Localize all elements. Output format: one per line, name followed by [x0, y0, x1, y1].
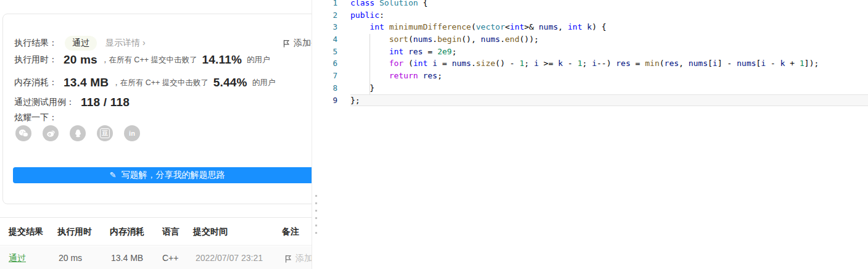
- qq-icon[interactable]: [70, 125, 86, 141]
- line-number: 6: [320, 57, 337, 70]
- linkedin-icon[interactable]: in: [124, 125, 140, 141]
- code-line[interactable]: 5 int res = 2e9;: [320, 46, 868, 58]
- douban-icon[interactable]: 豆: [97, 125, 113, 141]
- code-line-text: }: [350, 82, 868, 94]
- memory-percent: 5.44%: [213, 76, 247, 89]
- wechat-icon[interactable]: [15, 125, 31, 141]
- testcases-label: 通过测试用例：: [14, 97, 75, 108]
- testcases-value: 118 / 118: [81, 96, 130, 109]
- memory-label: 内存消耗：: [14, 77, 57, 88]
- linkedin-glyph: in: [129, 130, 135, 137]
- submission-language: C++: [162, 253, 178, 263]
- page: 执行结果： 通过 显示详情 › 添加备注 执行用时： 20 ms ，在所有 C+…: [0, 0, 868, 269]
- line-number: 4: [320, 33, 337, 46]
- pencil-icon: ✎: [110, 170, 117, 180]
- code-line-text: for (int i = nums.size() - 1; i >= k - 1…: [350, 57, 868, 70]
- code-line[interactable]: 2public:: [320, 9, 868, 22]
- line-number: 2: [320, 9, 337, 22]
- submissions-table-header: 提交结果 执行用时 内存消耗 语言 提交时间 备注: [0, 218, 312, 246]
- runtime-desc: ，在所有 C++ 提交中击败了: [101, 55, 197, 65]
- code-line-text: return res;: [350, 70, 868, 82]
- code-line-text: class Solution {: [350, 0, 868, 9]
- share-label: 炫耀一下：: [14, 112, 57, 123]
- code-line-text: sort(nums.begin(), nums.end());: [350, 33, 868, 46]
- drag-dot: [315, 217, 317, 219]
- memory-desc-suffix: 的用户: [252, 78, 276, 88]
- code-line[interactable]: 8 }: [320, 82, 868, 94]
- line-number: 3: [320, 21, 337, 33]
- flag-icon: [284, 254, 292, 263]
- code-line-text: int minimumDifference(vector<int>& nums,…: [350, 21, 868, 33]
- weibo-icon[interactable]: [43, 125, 59, 141]
- submission-memory: 13.4 MB: [111, 253, 143, 263]
- code-line[interactable]: 4 sort(nums.begin(), nums.end());: [320, 33, 868, 46]
- result-pane: 执行结果： 通过 显示详情 › 添加备注 执行用时： 20 ms ，在所有 C+…: [0, 0, 312, 269]
- col-time: 提交时间: [193, 226, 228, 238]
- pane-resize-handle[interactable]: [312, 0, 320, 269]
- col-language: 语言: [162, 226, 180, 238]
- submission-result-link[interactable]: 通过: [9, 253, 26, 264]
- code-editor[interactable]: 1class Solution {2public:3 int minimumDi…: [320, 0, 868, 269]
- runtime-desc-suffix: 的用户: [247, 55, 270, 65]
- drag-dot: [315, 210, 317, 212]
- drag-dot: [315, 195, 317, 197]
- drag-dot: [315, 202, 317, 204]
- submission-time: 2022/07/07 23:21: [196, 253, 263, 263]
- line-number: 8: [320, 82, 337, 94]
- code-lines: 1class Solution {2public:3 int minimumDi…: [320, 0, 868, 106]
- line-number: 7: [320, 70, 337, 82]
- douban-glyph: 豆: [100, 128, 110, 138]
- code-line[interactable]: 1class Solution {: [320, 0, 868, 9]
- code-line-text: int res = 2e9;: [350, 46, 868, 58]
- col-memory: 内存消耗: [110, 226, 144, 238]
- col-note: 备注: [282, 226, 299, 238]
- line-number: 5: [320, 46, 337, 58]
- row-add-note-button[interactable]: 添加: [284, 253, 312, 264]
- runtime-value: 20 ms: [64, 53, 97, 67]
- line-number: 1: [320, 0, 337, 9]
- write-solution-button[interactable]: ✎ 写题解，分享我的解题思路: [13, 167, 312, 183]
- runtime-percent: 14.11%: [202, 53, 242, 67]
- line-number: 9: [320, 94, 337, 107]
- write-solution-label: 写题解，分享我的解题思路: [121, 170, 225, 181]
- col-result: 提交结果: [9, 226, 43, 238]
- submission-runtime: 20 ms: [59, 253, 82, 263]
- drag-dot: [315, 225, 317, 226]
- runtime-label: 执行用时：: [14, 54, 57, 65]
- code-line[interactable]: 6 for (int i = nums.size() - 1; i >= k -…: [320, 57, 868, 70]
- code-line-text: };: [350, 94, 868, 107]
- submissions-table: 提交结果 执行用时 内存消耗 语言 提交时间 备注 通过 20 ms 13.4 …: [0, 217, 312, 269]
- code-line[interactable]: 3 int minimumDifference(vector<int>& num…: [320, 21, 868, 33]
- share-icons: 豆 in: [15, 125, 140, 141]
- execution-result-card: 执行结果： 通过 显示详情 › 添加备注 执行用时： 20 ms ，在所有 C+…: [2, 14, 312, 204]
- table-row: 通过 20 ms 13.4 MB C++ 2022/07/07 23:21 添加: [0, 246, 312, 269]
- code-line[interactable]: 9};: [320, 94, 868, 107]
- row-add-note-label: 添加: [296, 253, 312, 264]
- code-line[interactable]: 7 return res;: [320, 70, 868, 82]
- share-row: 炫耀一下：: [14, 110, 312, 126]
- memory-value: 13.4 MB: [64, 76, 109, 89]
- memory-desc: ，在所有 C++ 提交中击败了: [112, 78, 209, 88]
- code-line-text: public:: [350, 9, 868, 22]
- col-runtime: 执行用时: [57, 226, 92, 238]
- drag-dot: [315, 232, 317, 234]
